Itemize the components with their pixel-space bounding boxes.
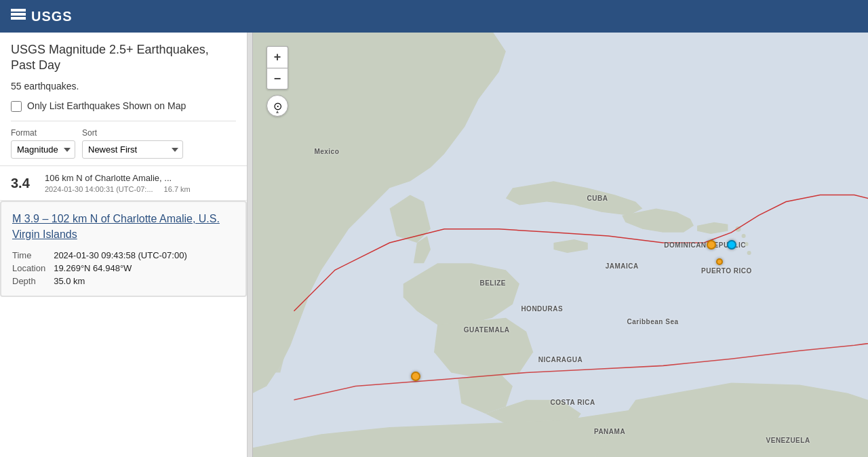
earthquake-depth: 16.7 km [164,185,191,193]
map-filter-checkbox[interactable] [11,101,22,112]
svg-point-6 [745,242,749,246]
sort-select[interactable]: Newest First Oldest First Largest Magnit… [82,140,183,159]
earthquake-place: 106 km N of Charlotte Amalie, ... [45,173,236,183]
compass-button[interactable]: ⊙ ▴ [267,95,288,117]
svg-point-5 [742,234,746,238]
location-value: 19.269°N 64.948°W [54,263,235,273]
earthquake-dot-dot2[interactable] [707,240,716,250]
earthquake-count: 55 earthquakes. [11,81,236,92]
location-label: Location [12,263,45,273]
depth-value: 35.0 km [54,276,235,286]
header: USGS [0,0,868,33]
usgs-logo[interactable]: USGS [11,9,73,24]
earthquake-dot-dot1[interactable] [411,372,420,381]
zoom-controls: + − [267,46,288,90]
earthquake-list-item[interactable]: 3.4 106 km N of Charlotte Amalie, ... 20… [0,166,247,201]
earthquake-info-table: Time 2024-01-30 09:43:58 (UTC-07:00) Loc… [12,250,235,286]
depth-label: Depth [12,276,45,286]
map-filter-label: Only List Earthquakes Shown on Map [27,100,186,113]
main-layout: USGS Magnitude 2.5+ Earthquakes, Past Da… [0,33,868,457]
earthquake-details: 106 km N of Charlotte Amalie, ... 2024-0… [45,173,236,193]
usgs-logo-text: USGS [31,9,73,24]
format-select[interactable]: Magnitude Age Depth [11,140,75,159]
zoom-out-button[interactable]: − [267,68,288,90]
format-control: Format Magnitude Age Depth [11,128,75,159]
earthquake-list: 3.4 106 km N of Charlotte Amalie, ... 20… [0,166,247,457]
controls-row: Format Magnitude Age Depth Sort Newest F… [11,121,236,159]
time-value: 2024-01-30 09:43:58 (UTC-07:00) [54,250,235,260]
earthquake-meta: 2024-01-30 14:00:31 (UTC-07:... 16.7 km [45,185,236,193]
svg-rect-0 [11,9,26,12]
sidebar-resize-handle[interactable] [248,33,253,457]
sort-control: Sort Newest First Oldest First Largest M… [82,128,183,159]
earthquake-selected-title[interactable]: M 3.9 – 102 km N of Charlotte Amalie, U.… [12,212,235,242]
earthquake-dot-dot4[interactable] [716,258,723,265]
earthquake-datetime: 2024-01-30 14:00:31 (UTC-07:... [45,185,153,193]
format-label: Format [11,128,75,138]
earthquake-magnitude: 3.4 [11,176,38,191]
map-controls: + − ⊙ ▴ [267,46,288,117]
page-title: USGS Magnitude 2.5+ Earthquakes, Past Da… [11,42,236,74]
svg-rect-2 [11,17,26,20]
sidebar-top: USGS Magnitude 2.5+ Earthquakes, Past Da… [0,33,247,166]
time-label: Time [12,250,45,260]
earthquake-selected-panel: M 3.9 – 102 km N of Charlotte Amalie, U.… [0,201,247,297]
sort-label: Sort [82,128,183,138]
svg-rect-1 [11,13,26,16]
svg-point-7 [747,251,751,255]
map-container[interactable]: CUBAJAMAICADOMINICAN REPUBLICPUERTO RICO… [253,33,868,457]
earthquake-dot-dot3[interactable] [727,240,736,250]
compass-arrow: ▴ [276,108,279,115]
sidebar: USGS Magnitude 2.5+ Earthquakes, Past Da… [0,33,248,457]
zoom-in-button[interactable]: + [267,46,288,68]
filter-checkbox-row: Only List Earthquakes Shown on Map [11,100,236,113]
usgs-icon [11,9,26,24]
map-background [253,33,868,457]
